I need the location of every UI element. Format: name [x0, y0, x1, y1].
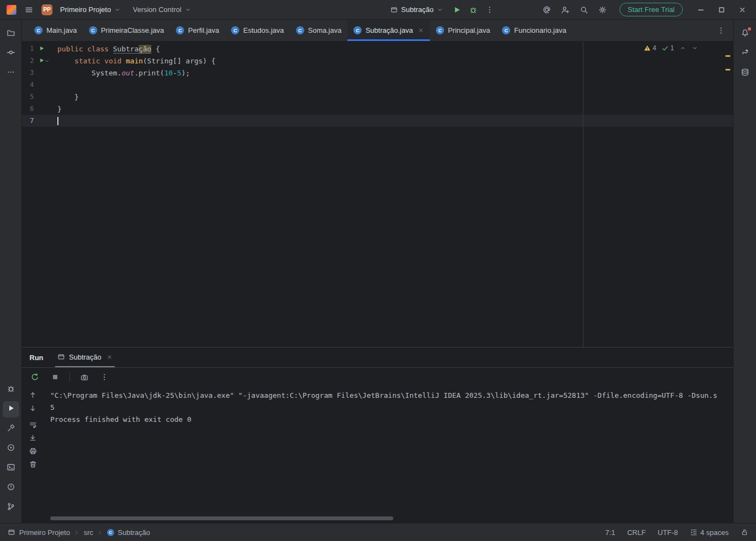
- more-tools-tool-button[interactable]: [3, 65, 19, 81]
- next-problem-button[interactable]: [692, 45, 698, 51]
- warning-stripe-mark[interactable]: [725, 69, 730, 70]
- soft-wrap-button[interactable]: [26, 419, 39, 431]
- tab-label: Soma.java: [308, 26, 341, 34]
- clear-all-button[interactable]: [26, 458, 39, 470]
- editor-tab-funcionario-java[interactable]: CFuncionario.java: [496, 20, 572, 41]
- run-panel-title: Run: [29, 354, 43, 362]
- readonly-toggle[interactable]: [741, 528, 748, 536]
- prev-problem-button[interactable]: [680, 45, 686, 51]
- gradle-tool-button[interactable]: [737, 45, 753, 62]
- next-occurrence-button[interactable]: [26, 402, 39, 414]
- close-run-tab-icon[interactable]: [107, 354, 113, 360]
- version-control-tool-button[interactable]: [3, 499, 19, 516]
- services-tool-button[interactable]: [3, 440, 19, 457]
- encoding-widget[interactable]: UTF-8: [658, 528, 678, 537]
- prev-occurrence-button[interactable]: [26, 389, 39, 401]
- gutter[interactable]: [34, 45, 57, 53]
- editor-tab-perfil-java[interactable]: CPerfil.java: [170, 20, 225, 41]
- camera-button[interactable]: [78, 371, 90, 383]
- scroll-to-end-button[interactable]: [26, 432, 39, 444]
- at-icon[interactable]: [540, 3, 554, 17]
- debug-tool-button[interactable]: [3, 381, 19, 398]
- code-line-3[interactable]: 3 System.out.print(10-5);: [22, 67, 733, 79]
- code-line-4[interactable]: 4: [22, 79, 733, 91]
- add-user-icon[interactable]: [558, 3, 572, 17]
- code-line-7[interactable]: 7: [22, 115, 733, 127]
- console-horizontal-scrollbar[interactable]: [50, 516, 393, 520]
- stop-button[interactable]: [49, 371, 61, 383]
- ok-count: 1: [662, 44, 674, 52]
- project-folder-tool-button[interactable]: [3, 26, 19, 42]
- java-class-icon: C: [502, 26, 510, 34]
- chevron-right-icon: [74, 530, 80, 536]
- run-tool-button[interactable]: [3, 401, 19, 417]
- editor-tab-estudos-java[interactable]: CEstudos.java: [225, 20, 290, 41]
- debug-button[interactable]: [466, 3, 481, 17]
- breadcrumb-file[interactable]: Subtração: [118, 528, 150, 537]
- run-tab[interactable]: Subtração: [55, 348, 114, 367]
- run-button[interactable]: [450, 3, 464, 17]
- editor-column: CMain.javaCPrimeiraClasse.javaCPerfil.ja…: [22, 20, 733, 523]
- notifications-bell-tool-button[interactable]: [737, 26, 753, 42]
- breadcrumb-src[interactable]: src: [84, 528, 93, 537]
- indent-widget[interactable]: 4 spaces: [690, 528, 729, 537]
- main-menu-button[interactable]: [22, 3, 36, 17]
- warning-stripe-mark[interactable]: [725, 55, 730, 57]
- version-control-menu[interactable]: Version Control: [128, 3, 196, 16]
- build-tool-button[interactable]: [3, 421, 19, 437]
- editor-tab-soma-java[interactable]: CSoma.java: [290, 20, 347, 41]
- project-selector[interactable]: Primeiro Projeto: [56, 3, 125, 16]
- code-text: static void main(String[] args) {: [57, 57, 733, 65]
- terminal-tool-button[interactable]: [3, 460, 19, 477]
- gutter[interactable]: [34, 57, 57, 65]
- run-tab-icon: [57, 353, 65, 361]
- java-class-icon: C: [107, 529, 114, 536]
- line-number: 6: [22, 105, 34, 113]
- run-configuration-selector[interactable]: Subtração: [386, 3, 447, 16]
- code-line-6[interactable]: 6}: [22, 103, 733, 115]
- tab-options-button[interactable]: [709, 20, 733, 41]
- caret-position-widget[interactable]: 7:1: [605, 528, 615, 537]
- run-more-options-button[interactable]: [98, 371, 110, 383]
- breadcrumb-project[interactable]: Primeiro Projeto: [19, 528, 70, 537]
- run-gutter-icon[interactable]: [39, 45, 45, 53]
- run-gutter-icon[interactable]: [39, 57, 45, 65]
- toolbar-separator: [69, 372, 70, 382]
- code-line-5[interactable]: 5 }: [22, 91, 733, 103]
- editor-tab-main-java[interactable]: CMain.java: [28, 20, 83, 41]
- line-number: 3: [22, 69, 34, 77]
- warning-icon: [643, 44, 651, 52]
- run-toolbar: [22, 368, 733, 386]
- minimize-button[interactable]: [693, 2, 709, 17]
- database-tool-button[interactable]: [737, 65, 753, 81]
- terminal-icon: [7, 463, 15, 474]
- run-console-output[interactable]: "C:\Program Files\Java\jdk-25\bin\java.e…: [44, 386, 733, 523]
- editor-tab-subtra-o-java[interactable]: CSubtração.java: [347, 20, 430, 41]
- ok-check-icon: [662, 45, 669, 52]
- tab-label: Subtração.java: [365, 26, 413, 34]
- settings-gear-icon[interactable]: [595, 3, 610, 17]
- java-class-icon: C: [436, 26, 444, 34]
- start-free-trial-button[interactable]: Start Free Trial: [619, 3, 683, 16]
- inspections-widget[interactable]: 4 1: [643, 44, 698, 52]
- print-button[interactable]: [26, 445, 39, 457]
- code-line-1[interactable]: 1public class Subtração {: [22, 43, 733, 55]
- chevron-right-icon: [97, 530, 103, 536]
- rerun-button[interactable]: [29, 371, 41, 383]
- more-run-actions-button[interactable]: [483, 3, 497, 17]
- search-icon[interactable]: [577, 3, 591, 17]
- problems-tool-button[interactable]: [3, 480, 19, 496]
- editor-tab-principal-java[interactable]: CPrincipal.java: [430, 20, 496, 41]
- line-separator-widget[interactable]: CRLF: [627, 528, 646, 537]
- line-number: 5: [22, 93, 34, 101]
- code-editor[interactable]: 1public class Subtração {2 static void m…: [22, 42, 733, 347]
- line-number: 7: [22, 117, 34, 125]
- close-window-button[interactable]: [734, 2, 751, 17]
- commit-tool-button[interactable]: [3, 45, 19, 62]
- maximize-button[interactable]: [713, 2, 730, 17]
- java-class-icon: C: [34, 26, 43, 34]
- code-line-2[interactable]: 2 static void main(String[] args) {: [22, 55, 733, 67]
- editor-tab-primeiraclasse-java[interactable]: CPrimeiraClasse.java: [83, 20, 170, 41]
- tab-label: Funcionario.java: [514, 26, 566, 34]
- close-tab-icon[interactable]: [418, 27, 424, 33]
